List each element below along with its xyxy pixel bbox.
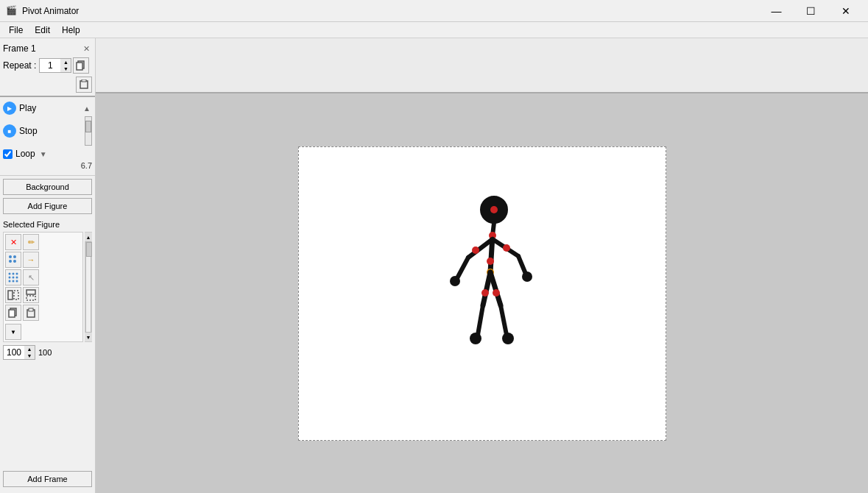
scale-up-button[interactable]: ▲ <box>24 346 35 352</box>
svg-point-14 <box>16 277 18 279</box>
minimize-button[interactable]: — <box>760 0 793 22</box>
svg-point-27 <box>490 206 498 213</box>
scrollbar-down-arrow[interactable]: ▼ <box>85 333 92 341</box>
paste-fig-icon <box>26 308 36 318</box>
toolbar-row-5 <box>5 305 81 321</box>
copy-icon <box>76 60 86 71</box>
canvas-area <box>96 38 868 493</box>
svg-point-8 <box>13 260 16 263</box>
svg-point-46 <box>493 289 500 297</box>
scale-spinner: ▲ ▼ <box>3 345 35 360</box>
speed-down-button[interactable]: ▼ <box>38 150 49 158</box>
svg-point-12 <box>9 277 11 279</box>
add-frame-section: Add Frame <box>0 468 95 493</box>
stop-button[interactable]: ■ Stop <box>3 124 38 138</box>
svg-line-39 <box>518 256 526 274</box>
menu-edit[interactable]: Edit <box>29 24 56 37</box>
flip-vertical-button[interactable] <box>23 287 39 303</box>
play-button[interactable]: ▶ Play <box>3 102 36 115</box>
edit-figure-button[interactable]: ✏ <box>23 234 39 250</box>
svg-point-5 <box>9 255 12 258</box>
menu-help[interactable]: Help <box>56 24 86 37</box>
svg-line-43 <box>478 305 483 335</box>
svg-point-17 <box>16 280 18 283</box>
playback-controls: ▶ Play ▲ ■ Stop <box>0 97 95 176</box>
flip-h-icon <box>7 289 19 301</box>
svg-point-42 <box>481 289 489 297</box>
app-container: Frame 1 ✕ Repeat : 1 ▲ ▼ <box>0 38 868 493</box>
svg-point-13 <box>13 277 15 279</box>
stickman-figure[interactable] <box>446 191 534 370</box>
paste-figure-button[interactable] <box>23 305 39 321</box>
loop-row: Loop ▼ <box>3 149 92 159</box>
flip-horizontal-button[interactable] <box>5 287 21 303</box>
svg-point-36 <box>450 276 460 286</box>
figure-toolbar-scrollbar[interactable]: ▲ ▼ <box>85 232 92 342</box>
toolbar-row-4 <box>5 287 81 303</box>
menu-file[interactable]: File <box>3 24 29 37</box>
scale-input[interactable] <box>4 347 24 358</box>
spinner-up[interactable]: ▲ <box>60 59 71 65</box>
scale-down-button[interactable]: ▼ <box>24 352 35 359</box>
paste-icon <box>79 79 89 90</box>
selected-figure-section: Selected Figure ✕ ✏ <box>0 217 95 468</box>
speed-up-button[interactable]: ▲ <box>82 104 92 113</box>
svg-point-7 <box>9 260 12 263</box>
spinner-buttons: ▲ ▼ <box>60 59 71 72</box>
toolbar-down-arrow[interactable]: ▼ <box>5 324 21 340</box>
add-frame-button[interactable]: Add Frame <box>3 471 92 487</box>
repeat-label: Repeat : <box>3 60 36 71</box>
svg-rect-20 <box>27 290 35 294</box>
toolbar-row-3: ↖ <box>5 269 81 285</box>
svg-point-40 <box>522 272 532 282</box>
svg-line-45 <box>490 272 501 305</box>
copy-figure-button[interactable] <box>5 305 21 321</box>
frame-close-button[interactable]: ✕ <box>80 43 92 54</box>
scatter-button[interactable] <box>5 269 21 285</box>
spinner-down[interactable]: ▼ <box>60 65 71 72</box>
stickman-svg <box>446 191 534 368</box>
pointer-button[interactable]: ↖ <box>23 269 39 285</box>
play-stop-controls: ▶ Play ▲ ■ Stop <box>3 102 92 171</box>
loop-checkbox[interactable] <box>3 149 13 159</box>
svg-point-44 <box>470 333 481 344</box>
repeat-input[interactable]: 1 <box>40 60 60 71</box>
svg-point-15 <box>9 280 11 283</box>
stop-label: Stop <box>19 126 38 136</box>
move-all-button[interactable] <box>5 252 21 268</box>
svg-point-9 <box>9 273 11 275</box>
figure-toolbar: ✕ ✏ <box>3 232 83 342</box>
scale-max-label: 100 <box>38 348 52 357</box>
svg-point-6 <box>13 255 16 258</box>
play-icon: ▶ <box>3 102 16 115</box>
close-button[interactable]: ✕ <box>829 0 862 22</box>
svg-point-31 <box>487 258 494 265</box>
scatter-icon <box>7 272 19 283</box>
svg-line-47 <box>501 305 507 335</box>
move-right-button[interactable]: → <box>23 252 39 268</box>
canvas-frame[interactable] <box>298 146 666 441</box>
copy-frame-button[interactable] <box>73 57 89 74</box>
svg-point-34 <box>472 246 479 254</box>
svg-rect-18 <box>8 291 13 299</box>
maximize-button[interactable]: ☐ <box>794 0 828 22</box>
scrollbar-up-arrow[interactable]: ▲ <box>85 233 92 241</box>
svg-rect-4 <box>82 79 86 82</box>
add-figure-button[interactable]: Add Figure <box>3 198 92 214</box>
toolbar-row-1: ✕ ✏ <box>5 234 81 250</box>
repeat-spinner: 1 ▲ ▼ <box>39 58 71 73</box>
scrollbar-track <box>85 241 91 333</box>
menu-bar: File Edit Help <box>0 22 868 38</box>
svg-point-16 <box>13 280 15 283</box>
window-controls: — ☐ ✕ <box>760 0 862 22</box>
toolbar-row-2: → <box>5 252 81 268</box>
delete-figure-button[interactable]: ✕ <box>5 234 21 250</box>
main-canvas-area[interactable] <box>96 93 868 493</box>
svg-rect-1 <box>77 63 82 70</box>
background-button[interactable]: Background <box>3 179 92 195</box>
frames-strip <box>96 38 868 93</box>
chevron-row: ▼ <box>5 324 81 340</box>
frame-label: Frame 1 <box>3 43 36 54</box>
paste-frame-button[interactable] <box>76 77 92 93</box>
title-bar: 🎬 Pivot Animator — ☐ ✕ <box>0 0 868 22</box>
